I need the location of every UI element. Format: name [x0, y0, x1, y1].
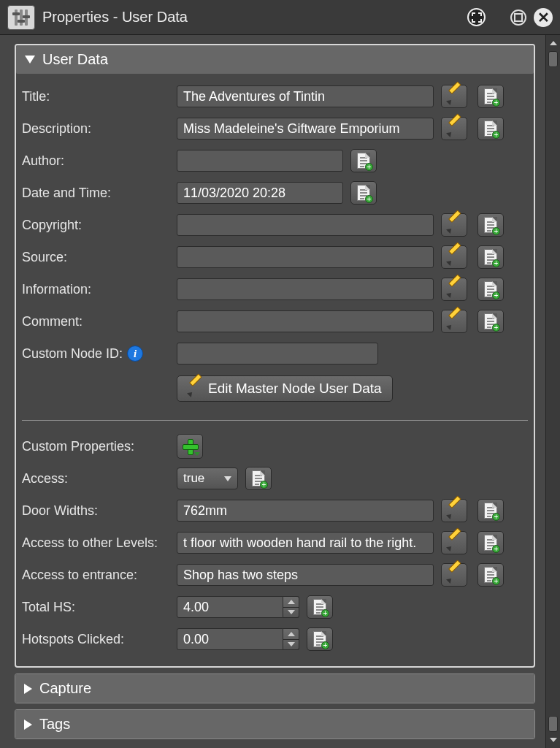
- titlebar: Properties - User Data ✕: [0, 0, 560, 34]
- total-hs-spinner[interactable]: 4.00: [177, 596, 299, 618]
- body: User Data Title: The Adventures of Tinti…: [0, 34, 560, 748]
- scroll-up-button[interactable]: [547, 37, 560, 50]
- pencil-icon: [447, 568, 461, 582]
- caret-up-icon: [550, 41, 557, 45]
- properties-window: Properties - User Data ✕ User Data Title…: [0, 0, 560, 748]
- copyright-input[interactable]: [177, 214, 434, 236]
- addpage-total-hs-button[interactable]: +: [307, 595, 333, 619]
- document-icon: +: [484, 281, 497, 297]
- edit-source-button[interactable]: [441, 245, 467, 269]
- edit-copyright-button[interactable]: [441, 213, 467, 237]
- edit-comment-button[interactable]: [441, 310, 467, 333]
- label-custom-properties: Custom Properties:: [20, 439, 177, 454]
- datetime-input[interactable]: 11/03/2020 20:28: [177, 182, 343, 204]
- document-icon: +: [484, 217, 497, 233]
- document-icon: +: [313, 631, 326, 647]
- addpage-hotspots-clicked-button[interactable]: +: [307, 627, 333, 651]
- restore-icon[interactable]: [510, 9, 526, 26]
- hotspots-clicked-spinner[interactable]: 0.00: [177, 628, 299, 650]
- information-input[interactable]: [177, 278, 434, 300]
- access-levels-input[interactable]: t floor with wooden hand rail to the rig…: [177, 532, 434, 554]
- divider: [22, 420, 528, 421]
- chevron-down-icon: [224, 476, 231, 481]
- label-author: Author:: [20, 153, 177, 169]
- addpage-door-widths-button[interactable]: +: [477, 499, 504, 522]
- expand-icon[interactable]: [467, 8, 486, 26]
- chevron-down-icon: [25, 56, 35, 64]
- label-total-hs: Total HS:: [20, 600, 177, 615]
- label-access-entrance: Access to entrance:: [20, 568, 177, 583]
- addpage-title-button[interactable]: +: [477, 85, 504, 108]
- label-door-widths: Door Widths:: [20, 503, 177, 519]
- section-header-tags[interactable]: Tags: [15, 710, 534, 739]
- caret-down-icon: [288, 610, 295, 614]
- addpage-source-button[interactable]: +: [477, 245, 504, 269]
- step-down-button[interactable]: [283, 608, 299, 618]
- section-title: User Data: [42, 51, 108, 68]
- scroll-down-button[interactable]: [547, 733, 560, 747]
- addpage-copyright-button[interactable]: +: [477, 213, 504, 237]
- document-icon: +: [484, 88, 497, 104]
- access-entrance-input[interactable]: Shop has two steps: [177, 564, 434, 586]
- add-property-button[interactable]: [177, 434, 203, 459]
- addpage-access-levels-button[interactable]: +: [477, 531, 504, 554]
- addpage-datetime-button[interactable]: +: [350, 181, 377, 205]
- comment-input[interactable]: [177, 310, 434, 332]
- description-input[interactable]: Miss Madeleine's Giftware Emporium: [177, 118, 434, 140]
- section-header-user-data[interactable]: User Data: [16, 45, 534, 74]
- document-icon: +: [252, 470, 265, 486]
- edit-access-levels-button[interactable]: [441, 531, 467, 554]
- content: User Data Title: The Adventures of Tinti…: [0, 35, 545, 748]
- edit-door-widths-button[interactable]: [441, 499, 467, 522]
- access-select[interactable]: true: [177, 468, 238, 489]
- caret-down-icon: [288, 642, 295, 646]
- info-icon[interactable]: i: [127, 346, 143, 362]
- document-icon: +: [484, 503, 497, 519]
- pencil-icon: [447, 89, 461, 104]
- custom-node-id-input[interactable]: [177, 343, 378, 365]
- edit-access-entrance-button[interactable]: [441, 563, 467, 587]
- title-input[interactable]: The Adventures of Tintin: [177, 85, 434, 107]
- step-up-button[interactable]: [283, 629, 299, 640]
- dropdown-arrow-icon: [194, 452, 200, 456]
- step-up-button[interactable]: [283, 597, 299, 608]
- chevron-right-icon: [24, 720, 32, 730]
- scroll-thumb[interactable]: [548, 716, 558, 732]
- document-icon: +: [357, 153, 370, 169]
- edit-master-node-button[interactable]: Edit Master Node User Data: [177, 375, 393, 402]
- edit-information-button[interactable]: [441, 278, 467, 301]
- source-input[interactable]: [177, 246, 434, 268]
- edit-title-button[interactable]: [441, 85, 467, 108]
- spinner-buttons[interactable]: [283, 596, 299, 618]
- pencil-icon: [447, 503, 461, 518]
- label-access: Access:: [20, 471, 177, 486]
- addpage-author-button[interactable]: +: [350, 149, 377, 172]
- caret-up-icon: [288, 600, 295, 604]
- step-down-button[interactable]: [283, 640, 299, 650]
- addpage-description-button[interactable]: +: [477, 117, 504, 140]
- addpage-information-button[interactable]: +: [477, 278, 504, 301]
- section-user-data: User Data Title: The Adventures of Tinti…: [15, 44, 535, 668]
- door-widths-input[interactable]: 762mm: [177, 500, 434, 522]
- pencil-icon: [188, 381, 202, 396]
- spinner-buttons[interactable]: [283, 628, 299, 650]
- scroll-thumb[interactable]: [548, 51, 558, 67]
- pencil-icon: [447, 218, 461, 232]
- addpage-access-button[interactable]: +: [245, 467, 272, 490]
- document-icon: +: [484, 121, 497, 137]
- pencil-icon: [447, 121, 461, 136]
- scrollbar[interactable]: [545, 35, 560, 748]
- chevron-right-icon: [24, 684, 32, 694]
- label-hotspots-clicked: Hotspots Clicked:: [20, 632, 177, 647]
- author-input[interactable]: [177, 150, 343, 172]
- addpage-access-entrance-button[interactable]: +: [477, 563, 504, 587]
- edit-description-button[interactable]: [441, 117, 467, 140]
- section-title: Capture: [39, 680, 91, 697]
- section-capture: Capture: [15, 673, 535, 703]
- close-icon[interactable]: ✕: [534, 8, 553, 27]
- properties-icon: [7, 5, 35, 30]
- pencil-icon: [447, 314, 461, 329]
- addpage-comment-button[interactable]: +: [477, 310, 504, 333]
- document-icon: +: [313, 599, 326, 615]
- section-header-capture[interactable]: Capture: [15, 674, 534, 703]
